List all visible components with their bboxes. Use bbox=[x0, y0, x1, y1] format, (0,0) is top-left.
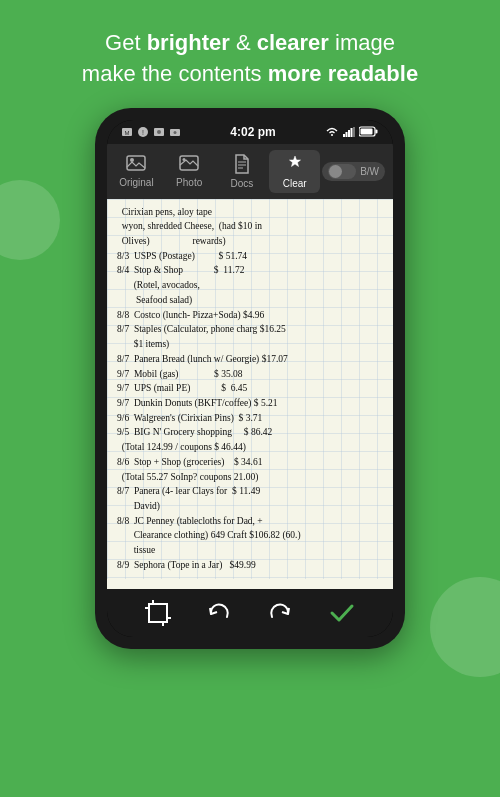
original-label: Original bbox=[119, 178, 153, 188]
toggle-switch[interactable] bbox=[328, 164, 356, 179]
header-line1: Get brighter & clearer image bbox=[30, 28, 470, 59]
notification-icon2: ! bbox=[137, 126, 149, 138]
crop-button[interactable] bbox=[145, 600, 171, 626]
header-text-and: & bbox=[230, 30, 257, 55]
svg-rect-10 bbox=[348, 130, 350, 137]
camera-icon bbox=[169, 126, 181, 138]
docs-label: Docs bbox=[231, 179, 254, 189]
undo-icon bbox=[206, 600, 232, 626]
header-section: Get brighter & clearer image make the co… bbox=[0, 0, 500, 108]
photo-svg bbox=[179, 155, 199, 173]
toolbar-item-clear[interactable]: Clear bbox=[269, 150, 320, 193]
svg-rect-12 bbox=[353, 127, 355, 137]
toolbar-item-docs[interactable]: Docs bbox=[217, 150, 268, 193]
svg-point-17 bbox=[130, 158, 134, 162]
docs-svg bbox=[234, 154, 250, 174]
handwriting-content: Cirixian pens, aloy tape wyon, shredded … bbox=[117, 205, 383, 573]
wifi-icon bbox=[325, 127, 339, 137]
header-text-get: Get bbox=[105, 30, 147, 55]
confirm-button[interactable] bbox=[328, 599, 356, 627]
crop-icon bbox=[145, 600, 171, 626]
bw-toggle[interactable]: B/W bbox=[322, 162, 385, 181]
header-text-brighter: brighter bbox=[147, 30, 230, 55]
svg-text:M: M bbox=[125, 130, 130, 136]
svg-rect-15 bbox=[360, 129, 372, 135]
svg-rect-11 bbox=[350, 128, 352, 137]
status-bar-left: M ! bbox=[121, 126, 181, 138]
photo-label: Photo bbox=[176, 178, 202, 188]
undo-button[interactable] bbox=[206, 600, 232, 626]
clear-svg bbox=[285, 154, 305, 174]
photo-toolbar-icon bbox=[179, 155, 199, 176]
clear-icon bbox=[285, 154, 305, 177]
check-icon bbox=[328, 599, 356, 627]
bottom-toolbar bbox=[107, 589, 393, 637]
photo-icon bbox=[153, 126, 165, 138]
svg-point-5 bbox=[157, 130, 161, 134]
svg-rect-8 bbox=[343, 134, 345, 137]
status-bar-right bbox=[325, 126, 379, 137]
bw-label: B/W bbox=[360, 166, 379, 177]
grid-paper: Cirixian pens, aloy tape wyon, shredded … bbox=[107, 199, 393, 579]
header-text-clearer: clearer bbox=[257, 30, 329, 55]
toolbar-item-original[interactable]: Original bbox=[111, 151, 162, 192]
header-text-make: make the contents bbox=[82, 61, 268, 86]
toggle-knob bbox=[329, 165, 342, 178]
original-icon bbox=[126, 155, 146, 176]
toolbar-item-photo[interactable]: Photo bbox=[164, 151, 215, 192]
svg-point-19 bbox=[183, 158, 186, 161]
signal-icon bbox=[343, 127, 355, 137]
clear-label: Clear bbox=[283, 179, 307, 189]
svg-text:!: ! bbox=[142, 129, 144, 136]
original-svg bbox=[126, 155, 146, 173]
header-text-readable: more readable bbox=[268, 61, 418, 86]
svg-rect-23 bbox=[149, 604, 167, 622]
docs-icon bbox=[234, 154, 250, 177]
editing-toolbar: Original Photo bbox=[107, 144, 393, 199]
document-area: Cirixian pens, aloy tape wyon, shredded … bbox=[107, 199, 393, 589]
svg-rect-9 bbox=[345, 132, 347, 137]
svg-rect-16 bbox=[127, 156, 145, 170]
phone-inner: M ! 4:02 pm bbox=[107, 120, 393, 637]
header-text-image: image bbox=[329, 30, 395, 55]
redo-button[interactable] bbox=[267, 600, 293, 626]
header-line2: make the contents more readable bbox=[30, 59, 470, 90]
svg-rect-14 bbox=[375, 130, 377, 134]
notification-icon: M bbox=[121, 126, 133, 138]
status-time: 4:02 pm bbox=[230, 125, 275, 139]
battery-icon bbox=[359, 126, 379, 137]
svg-point-7 bbox=[174, 131, 177, 134]
redo-icon bbox=[267, 600, 293, 626]
phone: M ! 4:02 pm bbox=[95, 108, 405, 649]
status-bar: M ! 4:02 pm bbox=[107, 120, 393, 144]
phone-container: M ! 4:02 pm bbox=[0, 108, 500, 649]
